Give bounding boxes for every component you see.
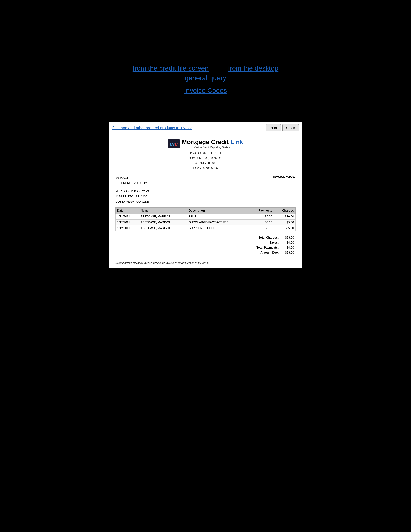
col-description: Description [187, 208, 249, 214]
print-button[interactable]: Print [266, 124, 281, 131]
row-date: 1/12/2011 [116, 214, 139, 219]
total-payments-value: $0.00 [280, 245, 295, 250]
row-payments: $0.00 [249, 225, 274, 231]
amount-due-label: Amount Due: [248, 250, 280, 255]
invoice-toolbar: Find and add other ordered products to i… [109, 122, 302, 134]
invoice-date: 1/12/2011 [115, 175, 149, 180]
col-name: Name [139, 208, 187, 214]
amount-due-value: $58.00 [280, 250, 295, 255]
billing-info: MERIDIANLINK #XZY123 1124 BRISTOL ST. #3… [115, 189, 296, 204]
col-charges: Charges [274, 208, 295, 214]
close-button[interactable]: Close [282, 124, 299, 131]
row-name: TESTCASE, MARISOL [139, 219, 187, 225]
table-row: 1/12/2011 TESTCASE, MARISOL SURCHARGE-FA… [116, 219, 296, 225]
meta-right: INVOICE #89207 [273, 175, 296, 186]
row-name: TESTCASE, MARISOL [139, 214, 187, 219]
company-name: Mortgage Credit Link [182, 139, 243, 145]
invoice-reference: REFERENCE #LOAN123 [115, 180, 149, 186]
col-date: Date [116, 208, 139, 214]
company-header: mc Mortgage Credit Link Online Credit Re… [115, 139, 296, 171]
total-charges-value: $58.00 [280, 235, 295, 240]
row-description: SUPPLEMENT FEE [187, 225, 249, 231]
invoice-note: Note: If paying by check, please include… [115, 259, 296, 265]
row-charges: $30.00 [274, 214, 295, 219]
row-description: 3BUR [187, 214, 249, 219]
invoice-panel: Find and add other ordered products to i… [109, 122, 302, 268]
invoice-meta: 1/12/2011 REFERENCE #LOAN123 INVOICE #89… [115, 175, 296, 186]
invoice-codes-link[interactable]: Invoice Codes [0, 87, 411, 95]
table-row: 1/12/2011 TESTCASE, MARISOL SUPPLEMENT F… [116, 225, 296, 231]
invoice-table: Date Name Description Payments Charges 1… [115, 208, 296, 231]
totals-table: Total Charges: $58.00 Taxes: $0.00 Total… [247, 235, 296, 255]
row-description: SURCHARGE-FACT ACT FEE [187, 219, 249, 225]
add-products-link[interactable]: Find and add other ordered products to i… [112, 126, 192, 130]
col-payments: Payments [249, 208, 274, 214]
totals-section: Total Charges: $58.00 Taxes: $0.00 Total… [115, 235, 296, 255]
desktop-link[interactable]: from the desktop [228, 65, 278, 72]
row-charges: $3.00 [274, 219, 295, 225]
company-address: 1124 BRISTOL STREET COSTA MESA , CA 9262… [115, 151, 296, 171]
row-charges: $25.00 [274, 225, 295, 231]
taxes-value: $0.00 [280, 240, 295, 245]
invoice-scroll-area[interactable]: mc Mortgage Credit Link Online Credit Re… [109, 134, 302, 268]
company-logo-area: mc Mortgage Credit Link Online Credit Re… [115, 139, 296, 149]
total-charges-label: Total Charges: [248, 235, 280, 240]
mc-logo: mc [168, 139, 179, 149]
invoice-number: INVOICE #89207 [273, 175, 296, 179]
credit-file-screen-link[interactable]: from the credit file screen [133, 65, 209, 72]
taxes-label: Taxes: [248, 240, 280, 245]
row-date: 1/12/2011 [116, 219, 139, 225]
row-date: 1/12/2011 [116, 225, 139, 231]
row-payments: $0.00 [249, 219, 274, 225]
row-name: TESTCASE, MARISOL [139, 225, 187, 231]
total-payments-label: Total Payments: [248, 245, 280, 250]
company-tagline: Online Credit Reporting System [182, 146, 243, 149]
meta-left: 1/12/2011 REFERENCE #LOAN123 [115, 175, 149, 186]
table-row: 1/12/2011 TESTCASE, MARISOL 3BUR $0.00 $… [116, 214, 296, 219]
general-query-link[interactable]: general query [185, 74, 226, 82]
row-payments: $0.00 [249, 214, 274, 219]
